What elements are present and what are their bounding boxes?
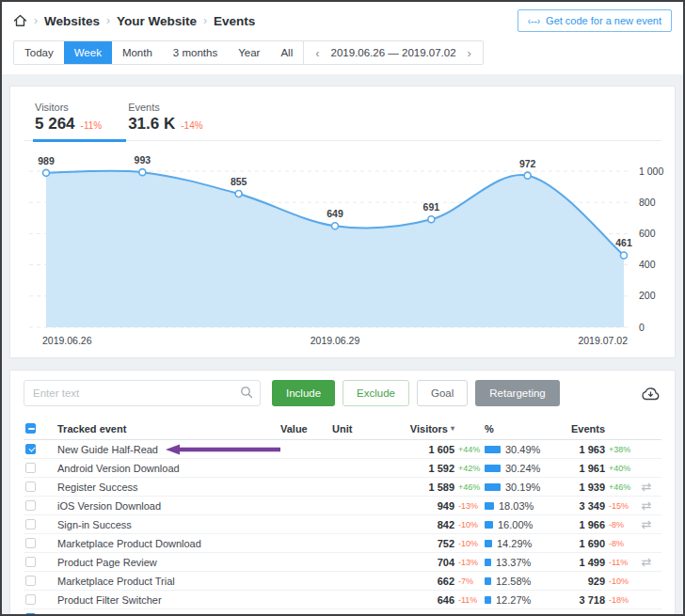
table-row[interactable]: Sign-in Success842-10%16.00%1 966-8%⇄ — [24, 515, 661, 534]
code-icon: ‹--› — [528, 16, 540, 26]
tab-3-months[interactable]: 3 months — [163, 41, 228, 64]
breadcrumb-separator: › — [203, 14, 207, 27]
tracked-event-name[interactable]: Sign-in Success — [57, 519, 132, 530]
events-change-badge: -8% — [605, 539, 631, 548]
row-checkbox[interactable] — [25, 519, 36, 529]
table-row[interactable]: Product Filter Switcher646-11%12.27%3 71… — [24, 591, 661, 609]
row-checkbox[interactable] — [25, 500, 36, 511]
col-unit[interactable]: Unit — [332, 423, 409, 434]
table-row[interactable]: Marketplace Product Trial662-7%12.58%929… — [24, 572, 661, 591]
row-checkbox[interactable] — [25, 594, 36, 605]
chart-card: Visitors5 264-11%Events31.6 K-14% 020040… — [9, 86, 676, 358]
select-all-checkbox[interactable] — [25, 423, 36, 434]
table-row[interactable]: Register Success1 589+46%30.19%1 939+46%… — [24, 478, 661, 497]
tracked-event-name[interactable]: iOS Version Download — [57, 500, 161, 512]
goal-button[interactable]: Goal — [417, 380, 468, 406]
tab-year[interactable]: Year — [228, 41, 270, 64]
svg-text:1 000: 1 000 — [639, 166, 663, 177]
retargeting-icon[interactable]: ⇄ — [631, 517, 661, 531]
table-row[interactable]: iOS Version Download949-13%18.03%3 349-1… — [24, 497, 661, 515]
table-row[interactable]: Product Page Review704-13%13.37%1 499-11… — [24, 553, 661, 572]
row-checkbox[interactable] — [25, 444, 36, 454]
row-checkbox[interactable] — [25, 576, 36, 586]
tab-today[interactable]: Today — [14, 41, 64, 64]
table-header: Tracked event Value Unit Visitors▾ % Eve… — [24, 418, 661, 440]
tracked-event-name[interactable]: Marketplace Product Download — [57, 538, 201, 549]
events-change-badge: -15% — [605, 501, 631, 511]
events-value: 1 939 — [579, 482, 605, 493]
tracked-event-name[interactable]: New Guide Half-Read — [57, 444, 158, 455]
events-change-badge: -8% — [605, 520, 631, 529]
exclude-button[interactable]: Exclude — [342, 380, 409, 406]
breadcrumb-separator: › — [34, 14, 38, 27]
events-change-badge: -18% — [605, 595, 631, 605]
table-row[interactable]: Android Version Download1 592+42%30.24%1… — [24, 459, 661, 478]
row-checkbox[interactable] — [25, 463, 36, 473]
col-visitors[interactable]: Visitors▾ — [409, 423, 483, 434]
tracked-events-table: Tracked event Value Unit Visitors▾ % Eve… — [24, 418, 661, 616]
retargeting-icon[interactable]: ⇄ — [631, 480, 661, 494]
percent-value: 13.37% — [496, 557, 531, 568]
svg-text:989: 989 — [38, 155, 55, 166]
visitors-value: 662 — [438, 576, 454, 587]
export-cloud-icon[interactable] — [640, 386, 661, 402]
col-events[interactable]: Events — [567, 423, 631, 434]
next-period-icon[interactable]: › — [468, 46, 471, 60]
home-icon[interactable] — [13, 14, 27, 27]
svg-text:400: 400 — [639, 259, 656, 270]
annotation-arrow-icon — [166, 444, 280, 455]
breadcrumb-item-websites[interactable]: Websites — [44, 14, 100, 28]
filter-toolbar: IncludeExcludeGoalRetargeting — [24, 380, 661, 406]
search-icon — [240, 386, 253, 403]
percent-value: 14.29% — [497, 538, 532, 549]
events-value: 1 690 — [579, 538, 605, 549]
metric-events[interactable]: Events31.6 K-14% — [126, 98, 227, 142]
tracked-event-name[interactable]: Product Filter Switcher — [57, 594, 162, 606]
tracked-event-name[interactable]: Android Version Download — [57, 463, 180, 474]
events-change-badge: -10% — [605, 577, 631, 586]
visitors-value: 704 — [438, 557, 454, 568]
tab-week[interactable]: Week — [64, 41, 112, 64]
table-row[interactable]: New Guide Half-Read1 605+44%30.49%1 963+… — [24, 440, 661, 459]
breadcrumb-item-your-website[interactable]: Your Website — [117, 14, 197, 28]
table-row[interactable]: Deposit PayPal528-17%10.03%875-17%⇄ — [24, 609, 661, 616]
percent-bar — [485, 465, 501, 472]
percent-value: 18.03% — [499, 500, 534, 512]
events-value: 1 961 — [579, 463, 605, 474]
col-value[interactable]: Value — [280, 423, 332, 434]
include-button[interactable]: Include — [272, 380, 335, 406]
retargeting-icon[interactable]: ⇄ — [631, 498, 661, 513]
svg-text:855: 855 — [231, 176, 247, 187]
row-checkbox[interactable] — [25, 557, 36, 567]
svg-text:600: 600 — [639, 228, 656, 239]
retargeting-icon[interactable]: ⇄ — [631, 555, 661, 569]
row-checkbox[interactable] — [25, 482, 36, 492]
tracked-event-name[interactable]: Deposit PayPal — [57, 613, 128, 616]
events-value: 1 963 — [579, 444, 605, 455]
col-visitors-label: Visitors — [410, 423, 448, 434]
col-percent[interactable]: % — [483, 423, 567, 434]
breadcrumb-separator: › — [106, 14, 110, 27]
table-row[interactable]: Marketplace Product Download752-10%14.29… — [24, 534, 661, 553]
svg-text:691: 691 — [423, 201, 440, 213]
percent-bar — [485, 540, 492, 547]
prev-period-icon[interactable]: ‹ — [315, 46, 319, 60]
date-range-label[interactable]: 2019.06.26 — 2019.07.02 — [331, 47, 456, 58]
tab-month[interactable]: Month — [112, 41, 163, 64]
percent-value: 30.24% — [505, 463, 540, 474]
events-value: 929 — [588, 576, 605, 587]
tracked-event-name[interactable]: Register Success — [57, 482, 138, 493]
col-tracked-event[interactable]: Tracked event — [48, 423, 280, 434]
row-checkbox[interactable] — [25, 538, 36, 548]
retargeting-button[interactable]: Retargeting — [475, 380, 559, 406]
get-code-button[interactable]: ‹--› Get code for a new event — [518, 9, 672, 32]
percent-value: 30.49% — [505, 444, 540, 455]
metric-visitors[interactable]: Visitors5 264-11% — [33, 98, 126, 142]
tab-all[interactable]: All — [270, 41, 303, 64]
tracked-event-name[interactable]: Product Page Review — [57, 557, 157, 568]
retargeting-icon[interactable]: ⇄ — [631, 611, 661, 616]
percent-bar — [485, 596, 491, 604]
visitors-change-badge: -11% — [454, 595, 483, 605]
tracked-event-name[interactable]: Marketplace Product Trial — [57, 576, 175, 587]
search-input[interactable] — [24, 380, 261, 406]
